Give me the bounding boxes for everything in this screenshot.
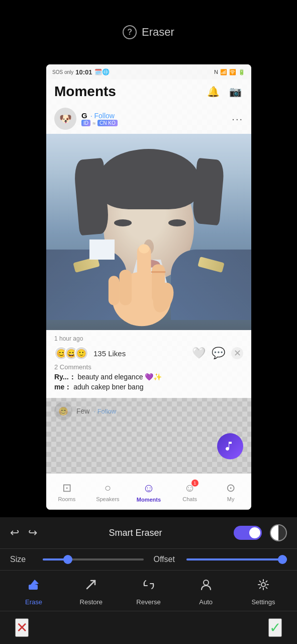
svg-rect-3 xyxy=(119,270,132,305)
comments-label: 2 Comments xyxy=(54,363,243,371)
restore-label: Restore xyxy=(80,598,103,606)
eraser-title-row: ? Eraser xyxy=(123,25,174,39)
heart-icon[interactable]: 🤍 xyxy=(192,347,206,360)
nav-item-my[interactable]: ⊙ My xyxy=(210,481,251,502)
likes-info: 😊 😄 🙂 135 Likes xyxy=(54,346,126,360)
my-icon: ⊙ xyxy=(226,481,235,495)
help-icon[interactable]: ? xyxy=(123,25,137,39)
floating-music-button[interactable] xyxy=(217,433,243,459)
post-time: 1 hour ago xyxy=(54,335,243,342)
svg-point-12 xyxy=(204,580,209,585)
signal-icon: 📶 xyxy=(220,69,227,75)
size-thumb[interactable] xyxy=(63,555,72,564)
comment-2: me： aduh cakep bner bang xyxy=(54,383,243,392)
app-header: Moments 🔔 📷 xyxy=(46,79,251,104)
status-bar: SOS only 10:01 🗓️🌐 N 📶 🛜 🔋 xyxy=(46,64,251,79)
size-slider[interactable] xyxy=(43,558,144,560)
bottom-action-row: ✕ ✓ xyxy=(0,611,297,644)
offset-slider-group: Offset xyxy=(154,555,287,564)
nav-item-chats[interactable]: ☺ 1 Chats xyxy=(169,481,211,502)
confirm-button[interactable]: ✓ xyxy=(268,618,282,637)
settings-tool[interactable]: Settings xyxy=(235,578,292,606)
toggle-knob xyxy=(249,527,260,538)
comment-icon[interactable]: 💬 xyxy=(212,347,225,360)
erase-tool[interactable]: Erase xyxy=(5,578,62,606)
bottom-nav: ⊡ Rooms ○ Speakers ☺ Moments ☺ 1 Chats ⊙… xyxy=(46,473,251,510)
likes-count: 135 Likes xyxy=(93,349,126,358)
auto-label: Auto xyxy=(199,598,213,606)
tool-area: ↩ ↪ Smart Eraser Size Offset xyxy=(0,517,297,644)
speakers-label: Speakers xyxy=(96,496,119,502)
comment-2-user: me： xyxy=(54,383,71,391)
post-image xyxy=(46,134,251,330)
erase-label: Erase xyxy=(25,598,42,606)
post-footer: 1 hour ago 😊 😄 🙂 135 Likes 🤍 💬 ✕ 2 Comme… xyxy=(46,330,251,398)
svg-point-13 xyxy=(261,583,265,587)
nav-item-rooms[interactable]: ⊡ Rooms xyxy=(46,481,87,502)
chats-label: Chats xyxy=(182,496,197,502)
bell-icon[interactable]: 🔔 xyxy=(205,84,221,100)
offset-fill xyxy=(186,558,287,560)
sos-label: SOS only xyxy=(52,69,73,75)
contrast-button[interactable] xyxy=(270,524,287,541)
nav-item-moments[interactable]: ☺ Moments xyxy=(128,481,169,503)
moments-label: Moments xyxy=(137,497,161,503)
post-header: 🐶 G · Follow ID ≈ CN KO ··· xyxy=(46,104,251,134)
more-button[interactable]: ··· xyxy=(232,113,243,125)
undo-redo: ↩ ↪ xyxy=(10,526,37,539)
battery-icon: 🔋 xyxy=(238,69,245,75)
reverse-tool[interactable]: Reverse xyxy=(120,578,177,606)
offset-slider[interactable] xyxy=(186,558,287,560)
status-time: 10:01 xyxy=(75,68,92,76)
camera-icon[interactable]: 📷 xyxy=(227,84,243,100)
wifi-icon: 🛜 xyxy=(229,69,236,75)
comment-1-text: beauty and elegance 💜✨ xyxy=(77,373,162,381)
status-left: SOS only 10:01 🗓️🌐 xyxy=(52,68,110,76)
auto-tool[interactable]: Auto xyxy=(177,578,235,606)
avatar[interactable]: 🐶 xyxy=(54,108,76,130)
smart-eraser-toggle[interactable] xyxy=(234,526,262,540)
undo-button[interactable]: ↩ xyxy=(10,526,19,539)
size-slider-group: Size xyxy=(10,555,144,564)
smart-eraser-row: ↩ ↪ Smart Eraser xyxy=(0,517,297,549)
cn-ko-flag: CN KO xyxy=(97,120,118,126)
settings-label: Settings xyxy=(251,598,275,606)
header-icons: 🔔 📷 xyxy=(205,84,243,100)
speakers-icon: ○ xyxy=(105,481,111,495)
status-right: N 📶 🛜 🔋 xyxy=(214,69,245,75)
svg-rect-8 xyxy=(29,585,38,590)
comments-section: 2 Comments Ry...： beauty and elegance 💜✨… xyxy=(54,363,243,392)
redo-button[interactable]: ↪ xyxy=(28,526,37,539)
svg-rect-4 xyxy=(109,276,120,305)
offset-label: Offset xyxy=(154,555,181,564)
flag-separator: ≈ xyxy=(92,120,95,126)
offset-thumb[interactable] xyxy=(278,555,287,564)
my-label: My xyxy=(227,496,235,502)
reverse-icon xyxy=(142,578,156,595)
svg-point-7 xyxy=(139,244,150,253)
comment-1: Ry...： beauty and elegance 💜✨ xyxy=(54,373,243,382)
user-name-row: G · Follow xyxy=(81,111,118,120)
restore-icon xyxy=(84,578,98,595)
restore-tool[interactable]: Restore xyxy=(62,578,120,606)
comment-1-user: Ry...： xyxy=(54,373,76,381)
id-flag: ID xyxy=(81,120,90,126)
chats-badge: 1 xyxy=(191,479,199,487)
sliders-row: Size Offset xyxy=(0,549,297,571)
nav-item-speakers[interactable]: ○ Speakers xyxy=(87,481,129,502)
reverse-label: Reverse xyxy=(136,598,160,606)
smart-eraser-label: Smart Eraser xyxy=(45,528,226,538)
x-close-icon[interactable]: ✕ xyxy=(231,347,243,359)
cursor-hand xyxy=(102,229,182,330)
like-avatar-3: 🙂 xyxy=(74,346,88,360)
user-name: G xyxy=(81,111,87,120)
cancel-button[interactable]: ✕ xyxy=(15,618,29,637)
face-container xyxy=(46,134,251,330)
chats-badge-wrap: ☺ 1 xyxy=(184,481,195,495)
user-info: G · Follow ID ≈ CN KO xyxy=(81,111,118,126)
settings-icon xyxy=(256,578,270,595)
emoji-icons: 🗓️🌐 xyxy=(94,68,110,75)
top-bar: ? Eraser xyxy=(0,0,297,64)
likes-avatars: 😊 😄 🙂 xyxy=(54,346,84,360)
follow-button[interactable]: · Follow xyxy=(90,112,115,120)
